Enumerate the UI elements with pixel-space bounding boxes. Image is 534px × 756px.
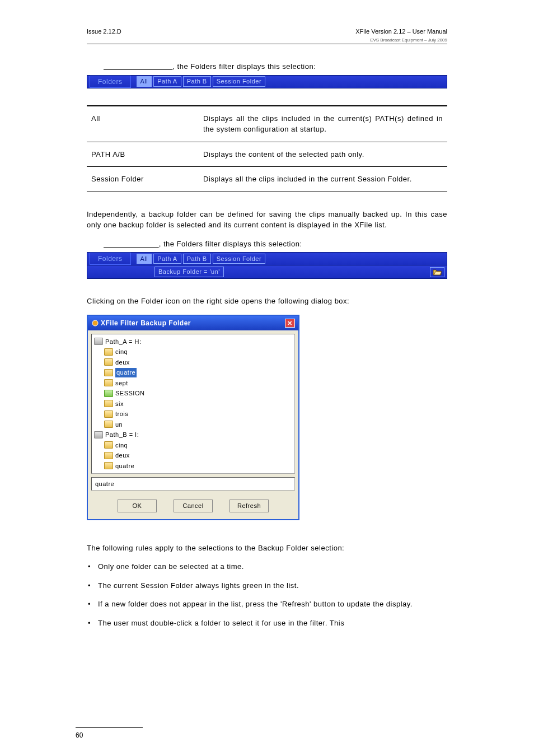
tree-item-label: SESSION — [115, 389, 144, 398]
selected-folder-field[interactable]: quatre — [91, 477, 295, 491]
tree-item[interactable]: quatre — [94, 461, 292, 472]
intro-line-2: , the Folders filter displays this selec… — [104, 239, 447, 250]
click-folder-paragraph: Clicking on the Folder icon on the right… — [87, 296, 447, 307]
table-row: PATH A/BDisplays the content of the sele… — [87, 142, 447, 167]
table-row: AllDisplays all the clips included in th… — [87, 106, 447, 142]
list-item: The current Session Folder always lights… — [87, 580, 447, 591]
folder-icon — [104, 421, 113, 428]
tree-item-label: cinq — [115, 347, 128, 357]
term-cell: All — [87, 106, 199, 142]
folder-icon — [104, 379, 113, 386]
tree-item-label: Path_B = I: — [105, 430, 139, 440]
definitions-table: AllDisplays all the clips included in th… — [87, 105, 447, 192]
backup-folder-chip[interactable]: Backup Folder = 'un' — [154, 267, 224, 277]
drive-icon — [94, 338, 103, 345]
footer-rule — [76, 727, 143, 728]
folder-icon — [104, 410, 113, 418]
folder-chip-path-b-2[interactable]: Path B — [183, 254, 211, 264]
header-rule — [87, 44, 447, 44]
folder-tree[interactable]: Path_A = H:cinqdeuxquatreseptSESSIONsixt… — [91, 334, 295, 474]
term-cell: Session Folder — [87, 167, 199, 192]
folder-icon — [433, 269, 442, 276]
folder-icon — [104, 369, 113, 376]
folder-chip-path-a[interactable]: Path A — [153, 76, 181, 87]
table-row: Session FolderDisplays all the clips inc… — [87, 167, 447, 192]
tree-item-label: Path_A = H: — [105, 337, 142, 347]
svg-point-0 — [92, 320, 98, 326]
folder-chip-path-b[interactable]: Path B — [183, 76, 211, 87]
cancel-button[interactable]: Cancel — [174, 500, 213, 512]
folder-icon — [104, 348, 113, 356]
folder-chip-all-2[interactable]: All — [137, 254, 152, 264]
folders-filter-bar: Folders All Path A Path B Session Folder — [87, 75, 447, 88]
backup-paragraph: Independently, a backup folder can be de… — [87, 209, 447, 231]
close-button[interactable]: ✕ — [285, 319, 295, 328]
tree-item[interactable]: Path_A = H: — [94, 337, 292, 347]
folders-filter-bar-2: Folders All Path A Path B Session Folder — [87, 252, 447, 265]
desc-cell: Displays all the clips included in the c… — [199, 106, 447, 142]
folder-icon — [104, 358, 113, 366]
term-cell: PATH A/B — [87, 142, 199, 167]
tree-item[interactable]: Path_B = I: — [94, 430, 292, 440]
tree-item-label: deux — [115, 451, 130, 460]
manual-title: XFile Version 2.12 – User Manual — [355, 28, 447, 35]
backup-folder-row: Backup Folder = 'un' — [87, 265, 447, 279]
desc-cell: Displays all the clips included in the c… — [199, 167, 447, 192]
rules-intro: The following rules apply to the selecti… — [87, 543, 447, 554]
open-folder-button[interactable] — [430, 267, 444, 277]
tree-item-label: six — [115, 399, 124, 409]
folder-chip-all[interactable]: All — [137, 76, 152, 87]
folder-chip-path-a-2[interactable]: Path A — [153, 254, 181, 264]
tree-item-label: trois — [115, 409, 128, 419]
app-icon — [91, 319, 99, 327]
tree-item[interactable]: SESSION — [94, 388, 292, 399]
folder-icon — [104, 400, 113, 407]
tree-item-label: un — [115, 420, 123, 430]
tree-item-label: cinq — [115, 441, 128, 450]
tree-item[interactable]: deux — [94, 357, 292, 368]
ok-button[interactable]: OK — [118, 500, 157, 512]
list-item: If a new folder does not appear in the l… — [87, 599, 447, 610]
list-item: The user must double-click a folder to s… — [87, 618, 447, 629]
tree-item-label: sept — [115, 379, 128, 388]
tree-item[interactable]: cinq — [94, 440, 292, 451]
desc-cell: Displays the content of the selected pat… — [199, 142, 447, 167]
tree-item[interactable]: cinq — [94, 347, 292, 357]
tree-item[interactable]: sept — [94, 378, 292, 389]
rules-list: Only one folder can be selected at a tim… — [87, 561, 447, 628]
tree-item[interactable]: quatre — [94, 367, 292, 378]
tree-item-label: quatre — [115, 461, 134, 471]
folders-label-2: Folders — [90, 253, 131, 265]
folder-icon — [104, 452, 113, 459]
tree-item[interactable]: un — [94, 419, 292, 430]
page-number: 60 — [76, 731, 83, 739]
issue-label: Issue 2.12.D — [87, 28, 121, 35]
tree-item-label: quatre — [115, 368, 137, 377]
tree-item[interactable]: deux — [94, 450, 292, 461]
dialog-title-text: XFile Filter Backup Folder — [91, 318, 191, 328]
folder-chip-session-2[interactable]: Session Folder — [213, 254, 265, 264]
list-item: Only one folder can be selected at a tim… — [87, 561, 447, 572]
backup-folder-dialog: XFile Filter Backup Folder ✕ Path_A = H:… — [87, 315, 299, 520]
folder-icon — [104, 390, 113, 397]
header-sub: EVS Broadcast Equipment – July 2009 — [87, 38, 447, 43]
folder-icon — [104, 441, 113, 449]
intro-line-1: , the Folders filter displays this selec… — [104, 61, 447, 72]
refresh-button[interactable]: Refresh — [229, 500, 269, 512]
tree-item-label: deux — [115, 358, 130, 367]
tree-item[interactable]: six — [94, 399, 292, 409]
folders-label: Folders — [90, 76, 131, 88]
folder-icon — [104, 462, 113, 469]
tree-item[interactable]: trois — [94, 409, 292, 419]
folder-chip-session[interactable]: Session Folder — [213, 76, 265, 87]
drive-icon — [94, 431, 103, 438]
